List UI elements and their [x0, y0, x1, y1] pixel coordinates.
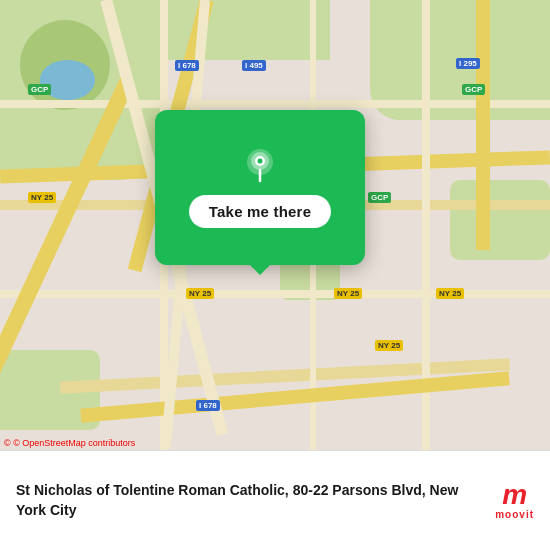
- copyright-icon: ©: [4, 438, 11, 448]
- badge-gcp-mid: GCP: [368, 192, 391, 203]
- location-title: St Nicholas of Tolentine Roman Catholic,…: [16, 481, 483, 520]
- badge-i295: I 295: [456, 58, 480, 69]
- badge-ny25-right: NY 25: [436, 288, 464, 299]
- map-pin-icon: [242, 147, 278, 183]
- location-info: St Nicholas of Tolentine Roman Catholic,…: [16, 481, 483, 520]
- badge-ny25-mid1: NY 25: [186, 288, 214, 299]
- map-area: I 678 I 495 I 295 GCP GCP GCP NY 25 NY 2…: [0, 0, 550, 450]
- take-me-there-button[interactable]: Take me there: [189, 195, 331, 228]
- moovit-name: moovit: [495, 509, 534, 520]
- badge-ny25-mid2: NY 25: [334, 288, 362, 299]
- road-h3: [0, 290, 550, 298]
- moovit-letter: m: [502, 481, 527, 509]
- badge-ny25-mid3: NY 25: [375, 340, 403, 351]
- badge-i495: I 495: [242, 60, 266, 71]
- moovit-logo: m moovit: [495, 481, 534, 520]
- badge-i678-bottom: I 678: [196, 400, 220, 411]
- location-popup: Take me there: [155, 110, 365, 265]
- park-mid-right: [450, 180, 550, 260]
- badge-gcp-left: GCP: [28, 84, 51, 95]
- road-h1: [0, 100, 550, 108]
- badge-ny25-left: NY 25: [28, 192, 56, 203]
- app-container: I 678 I 495 I 295 GCP GCP GCP NY 25 NY 2…: [0, 0, 550, 550]
- badge-gcp-right: GCP: [462, 84, 485, 95]
- highway-right: [476, 0, 490, 250]
- badge-i678-top: I 678: [175, 60, 199, 71]
- info-bar: St Nicholas of Tolentine Roman Catholic,…: [0, 450, 550, 550]
- map-attribution: © © OpenStreetMap contributors: [4, 438, 135, 448]
- svg-point-3: [258, 159, 263, 164]
